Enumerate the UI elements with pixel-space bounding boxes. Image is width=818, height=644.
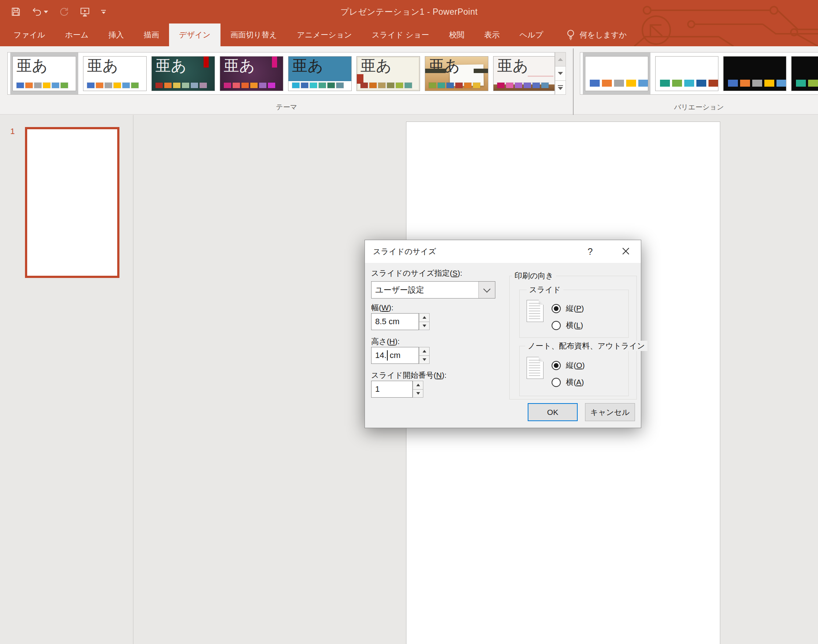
tab-挿入[interactable]: 挿入 xyxy=(98,23,134,46)
theme-thumbnail-2[interactable]: 亜あ xyxy=(83,56,147,91)
chevron-down-icon xyxy=(483,285,490,293)
theme-color-swatches xyxy=(87,83,138,88)
height-spin-down-button[interactable] xyxy=(419,356,430,364)
tab-表示[interactable]: 表示 xyxy=(474,23,510,46)
color-swatch xyxy=(105,83,112,88)
width-spin-up-button[interactable] xyxy=(419,313,430,322)
portrait-document-icon xyxy=(527,357,543,379)
color-swatch xyxy=(96,83,103,88)
color-swatch xyxy=(808,80,818,87)
slide-size-combobox-value: ユーザー設定 xyxy=(375,285,424,296)
radio-button-icon xyxy=(552,361,561,370)
close-x-icon[interactable] xyxy=(620,246,631,257)
color-swatch xyxy=(684,80,694,87)
variation-thumbnail-1[interactable] xyxy=(585,56,648,91)
tab-ホーム[interactable]: ホーム xyxy=(55,23,98,46)
chevron-up-icon xyxy=(558,58,563,61)
tab-ヘルプ[interactable]: ヘルプ xyxy=(510,23,553,46)
theme-thumbnail-8[interactable]: 亜あ xyxy=(493,56,555,91)
tab-ファイル[interactable]: ファイル xyxy=(4,23,55,46)
color-swatch xyxy=(52,83,59,88)
theme-sample-text: 亜あ xyxy=(87,57,118,74)
gallery-more-button[interactable] xyxy=(555,81,566,95)
print-orientation-label: 印刷の向き xyxy=(512,271,556,281)
dialog-help-button[interactable]: ? xyxy=(583,240,598,263)
color-swatch xyxy=(191,83,198,88)
cancel-button[interactable]: キャンセル xyxy=(585,403,635,421)
variation-thumbnail-3[interactable] xyxy=(723,56,786,91)
theme-accent-marker xyxy=(272,57,277,67)
ribbon-tabs: ファイルホーム挿入描画デザイン画面切り替えアニメーションスライド ショー校閲表示… xyxy=(0,23,553,46)
triangle-down-icon xyxy=(423,325,426,327)
color-swatch xyxy=(34,83,42,88)
ok-button[interactable]: OK xyxy=(528,403,578,421)
radio-label: 横(L) xyxy=(566,320,583,330)
color-swatch xyxy=(776,80,786,87)
start-spin-up-button[interactable] xyxy=(413,381,423,389)
gallery-scroll-down-button[interactable] xyxy=(555,66,566,80)
gallery-scroll-up-button[interactable] xyxy=(555,52,566,66)
start-number-spinner xyxy=(413,381,423,398)
theme-thumbnail-7[interactable]: 亜あ xyxy=(425,56,488,91)
theme-thumbnail-4[interactable]: 亜あ xyxy=(220,56,283,91)
tab-校閲[interactable]: 校閲 xyxy=(439,23,474,46)
selected-variation-highlight xyxy=(583,52,650,94)
slide-number: 1 xyxy=(10,127,15,136)
variation-thumbnail-4[interactable] xyxy=(791,56,818,91)
triangle-up-icon xyxy=(416,384,420,386)
color-swatch xyxy=(310,83,317,88)
radio-label: 縦(O) xyxy=(566,360,585,371)
color-swatch xyxy=(200,83,207,88)
ribbon-tab-row: ファイルホーム挿入描画デザイン画面切り替えアニメーションスライド ショー校閲表示… xyxy=(0,23,818,46)
color-swatch xyxy=(524,83,531,88)
theme-color-swatches xyxy=(360,83,412,88)
height-spin-up-button[interactable] xyxy=(419,347,430,356)
slide-size-spec-label: スライドのサイズ指定(S): xyxy=(371,268,462,278)
color-swatch xyxy=(43,83,50,88)
start-number-input[interactable]: 1 xyxy=(371,381,413,398)
title-and-tab-bar: プレゼンテーション1 - PowerPoint ファイルホーム挿入描画デザイン画… xyxy=(0,0,818,46)
color-swatch xyxy=(752,80,762,87)
color-swatch xyxy=(114,83,121,88)
notes-orientation-label: ノート、配布資料、アウトライン xyxy=(525,341,647,351)
color-swatch xyxy=(740,80,750,87)
theme-sample-text: 亜あ xyxy=(360,57,392,74)
color-swatch xyxy=(122,83,130,88)
color-swatch xyxy=(446,83,454,88)
theme-sample-text: 亜あ xyxy=(224,57,255,74)
variation-thumbnail-2[interactable] xyxy=(655,56,718,91)
height-input[interactable]: 14.cm xyxy=(371,347,419,364)
selected-theme-highlight: 亜あ xyxy=(10,52,78,94)
tab-アニメーション[interactable]: アニメーション xyxy=(287,23,362,46)
tab-描画[interactable]: 描画 xyxy=(134,23,169,46)
theme-gallery-scroll xyxy=(555,52,566,95)
theme-thumbnail-3[interactable]: 亜あ xyxy=(151,56,215,91)
slide-size-combobox[interactable]: ユーザー設定 xyxy=(371,281,495,299)
slide-size-dialog: スライドのサイズ ? スライドのサイズ指定(S): ユーザー設定 幅(W): 8… xyxy=(364,240,641,428)
color-swatch xyxy=(532,83,540,88)
tab-画面切り替え[interactable]: 画面切り替え xyxy=(220,23,287,46)
radio-slide-landscape[interactable]: 横(L) xyxy=(552,320,583,330)
tab-デザイン[interactable]: デザイン xyxy=(169,23,220,46)
combobox-dropdown-button[interactable] xyxy=(478,282,495,298)
width-spin-down-button[interactable] xyxy=(419,322,430,330)
start-spin-down-button[interactable] xyxy=(413,389,423,398)
radio-notes-landscape[interactable]: 横(A) xyxy=(552,377,584,387)
tab-スライド ショー[interactable]: スライド ショー xyxy=(362,23,439,46)
radio-slide-portrait[interactable]: 縦(P) xyxy=(552,303,584,314)
titlebar: プレゼンテーション1 - PowerPoint xyxy=(0,0,818,23)
color-swatch xyxy=(292,83,300,88)
theme-sample-text: 亜あ xyxy=(155,57,187,74)
theme-color-swatches xyxy=(796,80,818,87)
theme-thumbnail-6[interactable]: 亜あ xyxy=(357,56,420,91)
window-title: プレゼンテーション1 - PowerPoint xyxy=(0,0,818,23)
tell-me-box[interactable]: 何をしますか xyxy=(566,23,627,46)
radio-notes-portrait[interactable]: 縦(O) xyxy=(552,360,585,371)
slide-1-thumbnail[interactable] xyxy=(25,127,120,278)
theme-color-swatches xyxy=(660,80,718,87)
color-swatch xyxy=(61,83,68,88)
color-swatch xyxy=(764,80,774,87)
theme-thumbnail-5[interactable]: 亜あ xyxy=(288,56,352,91)
theme-thumbnail-1[interactable]: 亜あ xyxy=(12,56,76,91)
width-input[interactable]: 8.5 cm xyxy=(371,313,419,330)
